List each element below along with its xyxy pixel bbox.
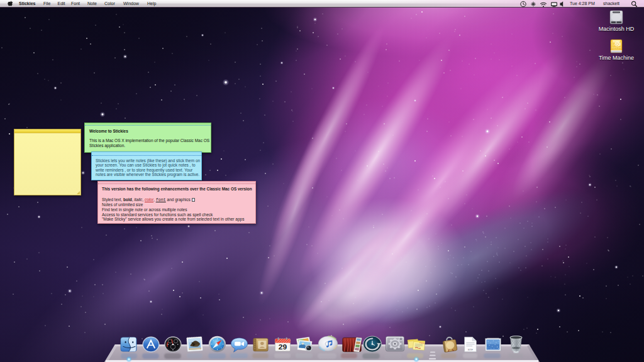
svg-text:RTF: RTF [468,348,473,351]
svg-text:29: 29 [279,343,287,350]
